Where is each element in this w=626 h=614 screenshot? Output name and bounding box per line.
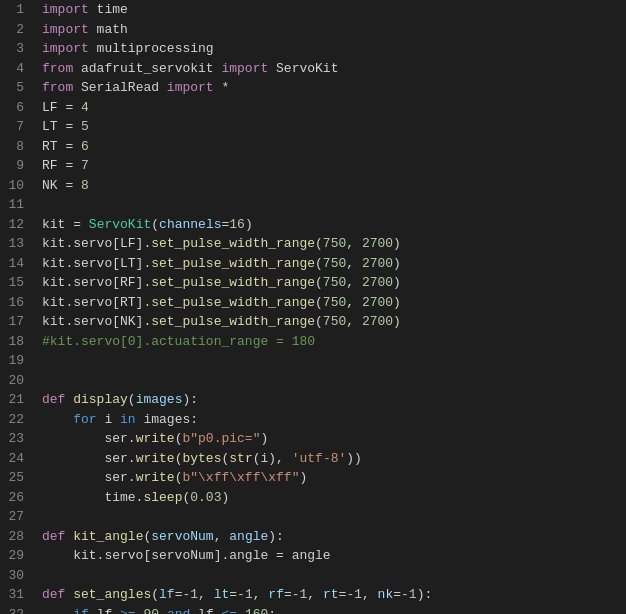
code-line: from SerialRead import *	[42, 78, 626, 98]
code-line: kit.servo[RF].set_pulse_width_range(750,…	[42, 273, 626, 293]
code-line	[42, 351, 626, 371]
code-line: import multiprocessing	[42, 39, 626, 59]
code-line: def display(images):	[42, 390, 626, 410]
line-number: 11	[8, 195, 24, 215]
code-line: ser.write(b"p0.pic=")	[42, 429, 626, 449]
line-number: 1	[8, 0, 24, 20]
code-line: ser.write(bytes(str(i), 'utf-8'))	[42, 449, 626, 469]
code-line	[42, 507, 626, 527]
code-line: import time	[42, 0, 626, 20]
line-number: 14	[8, 254, 24, 274]
code-line: def kit_angle(servoNum, angle):	[42, 527, 626, 547]
code-line: kit.servo[NK].set_pulse_width_range(750,…	[42, 312, 626, 332]
line-number: 16	[8, 293, 24, 313]
line-number: 23	[8, 429, 24, 449]
line-number: 3	[8, 39, 24, 59]
code-line: def set_angles(lf=-1, lt=-1, rf=-1, rt=-…	[42, 585, 626, 605]
code-line: if lf >= 90 and lf <= 160:	[42, 605, 626, 615]
line-number: 4	[8, 59, 24, 79]
code-line: kit.servo[LF].set_pulse_width_range(750,…	[42, 234, 626, 254]
code-line: LT = 5	[42, 117, 626, 137]
line-number: 31	[8, 585, 24, 605]
line-number: 22	[8, 410, 24, 430]
line-number: 6	[8, 98, 24, 118]
line-number: 18	[8, 332, 24, 352]
code-line: kit = ServoKit(channels=16)	[42, 215, 626, 235]
line-number: 5	[8, 78, 24, 98]
line-numbers: 1234567891011121314151617181920212223242…	[0, 0, 32, 614]
line-number: 21	[8, 390, 24, 410]
line-number: 15	[8, 273, 24, 293]
code-line: time.sleep(0.03)	[42, 488, 626, 508]
code-line: RF = 7	[42, 156, 626, 176]
code-line: for i in images:	[42, 410, 626, 430]
code-line: from adafruit_servokit import ServoKit	[42, 59, 626, 79]
line-number: 8	[8, 137, 24, 157]
line-number: 9	[8, 156, 24, 176]
line-number: 12	[8, 215, 24, 235]
code-line: LF = 4	[42, 98, 626, 118]
code-line	[42, 566, 626, 586]
code-line: import math	[42, 20, 626, 40]
line-number: 27	[8, 507, 24, 527]
code-line: RT = 6	[42, 137, 626, 157]
line-number: 10	[8, 176, 24, 196]
code-editor: 1234567891011121314151617181920212223242…	[0, 0, 626, 614]
code-line	[42, 195, 626, 215]
code-line	[42, 371, 626, 391]
line-number: 17	[8, 312, 24, 332]
line-number: 25	[8, 468, 24, 488]
line-number: 7	[8, 117, 24, 137]
line-number: 13	[8, 234, 24, 254]
code-line: kit.servo[LT].set_pulse_width_range(750,…	[42, 254, 626, 274]
line-number: 26	[8, 488, 24, 508]
code-line: kit.servo[RT].set_pulse_width_range(750,…	[42, 293, 626, 313]
code-line: kit.servo[servoNum].angle = angle	[42, 546, 626, 566]
code-content[interactable]: import timeimport mathimport multiproces…	[32, 0, 626, 614]
line-number: 29	[8, 546, 24, 566]
line-number: 19	[8, 351, 24, 371]
code-line: NK = 8	[42, 176, 626, 196]
line-number: 32	[8, 605, 24, 615]
line-number: 2	[8, 20, 24, 40]
code-line: #kit.servo[0].actuation_range = 180	[42, 332, 626, 352]
code-line: ser.write(b"\xff\xff\xff")	[42, 468, 626, 488]
line-number: 24	[8, 449, 24, 469]
line-number: 28	[8, 527, 24, 547]
line-number: 30	[8, 566, 24, 586]
line-number: 20	[8, 371, 24, 391]
